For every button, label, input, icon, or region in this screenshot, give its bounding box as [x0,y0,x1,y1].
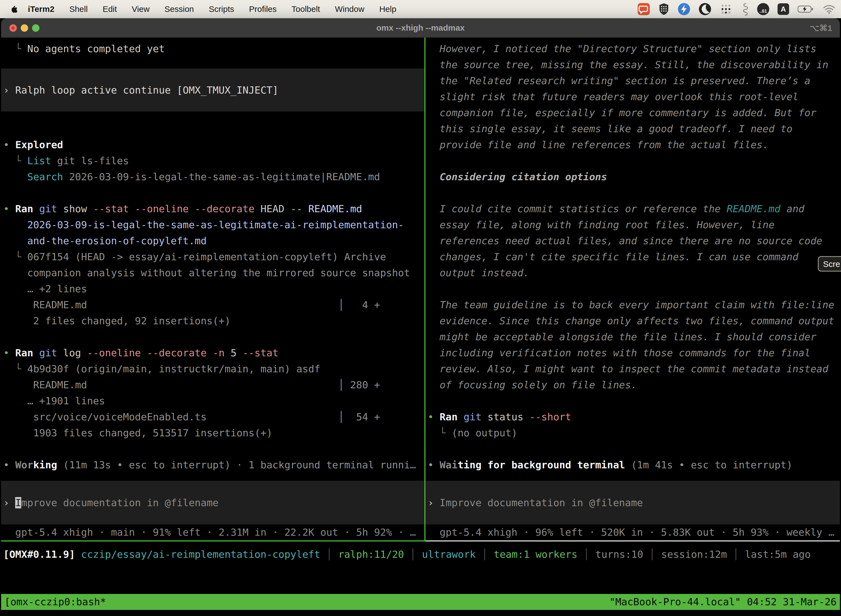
terminal-line: might be acceptable alongside the file l… [425,329,840,345]
terminal-line: └ 067f154 (HEAD -> essay/ai-reimplementa… [1,249,424,265]
prompt-chevron: › [428,497,440,508]
menu-help[interactable]: Help [372,0,404,18]
text-cursor: I [15,497,21,508]
terminal-line [1,441,424,457]
keyboard-input-icon[interactable]: A [778,3,789,15]
terminal-line: └ No agents completed yet [1,41,424,57]
right-scrollback: However, I noticed the "Directory Struct… [425,38,840,473]
omx-status-line: [OMX#0.11.9] cczip/essay/ai-reimplementa… [3,546,838,562]
bolt-badge-icon[interactable] [678,3,690,15]
pane-right[interactable]: However, I noticed the "Directory Struct… [425,38,840,540]
inject-banner: › Ralph loop active continue [OMX_TMUX_I… [1,69,424,111]
window-shortcut-hint: ⌥⌘1 [810,23,832,33]
terminal-line: └ List git ls-files [1,153,424,169]
apple-menu-icon[interactable] [9,4,18,14]
terminal-line [425,153,840,169]
terminal-line: … +1901 lines [1,393,424,409]
terminal-line: • Explored [1,137,424,153]
menu-session[interactable]: Session [157,0,201,18]
menu-status-icons: ..61 A [637,3,841,16]
window-title: omx --xhigh --madmax [377,23,464,32]
terminal-line: README.md │ 280 + [1,377,424,393]
terminal-line: └ (no output) [425,425,840,441]
dots-grid-icon[interactable] [719,3,732,15]
terminal-line [425,441,840,457]
terminal-line: • Waiting for background terminal (1m 41… [425,457,840,473]
crescent-badge-icon[interactable] [699,3,711,15]
input-text-right: Improve documentation in @filename [440,497,643,508]
pane-bottom-border-right [425,540,840,541]
model-status-right: gpt-5.4 xhigh · 96% left · 520K in · 5.8… [425,524,840,540]
menu-profiles[interactable]: Profiles [242,0,284,18]
pane-bottom-border-left [1,540,425,541]
battery-icon[interactable] [797,5,815,13]
terminal-line: src/voice/voiceModeEnabled.ts │ 54 + [1,409,424,425]
terminal-line: … +2 lines [1,281,424,297]
terminal-line [425,281,840,297]
terminal-line: changes, I can't cite specific file line… [425,249,840,265]
terminal-line: └ 4b9d30f (origin/main, instructkr/main,… [1,361,424,377]
terminal-line: companion analysis without altering the … [1,265,424,281]
terminal-line: I could cite commit statistics or refere… [425,201,840,217]
tmux-window-label[interactable]: [omx-cczip0:bash* [4,594,106,610]
terminal-line: Search 2026-03-09-is-legal-the-same-as-l… [1,169,424,185]
menu-toolbelt[interactable]: Toolbelt [284,0,328,18]
minimize-button[interactable] [21,24,28,32]
terminal-line: evidence. Since this change only affects… [425,313,840,329]
terminal-line: The team guideline is to back every impo… [425,297,840,313]
screen-overlay-label: Scre [823,260,840,268]
menu-scripts[interactable]: Scripts [201,0,242,18]
terminal-line: Considering citation options [425,169,840,185]
keyboard-input-label: A [781,5,786,13]
terminal-line [425,393,840,409]
menu-item-list: iTerm2ShellEditViewSessionScriptsProfile… [21,0,404,18]
terminal-line [425,185,840,201]
terminal-line: references need actual files, and since … [425,233,840,249]
terminal-line: 2026-03-09-is-legal-the-same-as-legitima… [1,217,424,233]
window-title-bar[interactable]: omx --xhigh --madmax ⌥⌘1 [1,18,840,38]
terminal-line: 2 files changed, 92 insertions(+) [1,313,424,329]
terminal-line: • Ran git show --stat --oneline --decora… [1,201,424,217]
terminal-line: However, I noticed the "Directory Struct… [425,41,840,57]
terminal-content: └ No agents completed yet› Ralph loop ac… [1,38,840,616]
terminal-line: • Working (11m 13s • esc to interrupt) ·… [1,457,424,473]
prompt-input-right[interactable]: › Improve documentation in @filename [425,481,840,524]
left-scrollback: └ No agents completed yet› Ralph loop ac… [1,38,424,473]
menu-view[interactable]: View [125,0,157,18]
tmux-status-bar: [omx-cczip0:bash* "MacBook-Pro-44.local"… [1,594,840,610]
desktop: { "menu_bar": { "items": [ {"label": "iT… [0,0,841,616]
dot-shield-icon[interactable] [658,3,670,15]
terminal-line [1,185,424,201]
terminal-line: 1903 files changed, 513517 insertions(+) [1,425,424,441]
menu-iterm2[interactable]: iTerm2 [21,0,62,18]
prompt-input-left[interactable]: › Improve documentation in @filename [1,481,424,524]
wifi-icon[interactable] [823,4,835,14]
squiggle-icon[interactable] [741,3,749,16]
battery-percent-badge[interactable]: ..61 [757,3,769,15]
menu-bar: iTerm2ShellEditViewSessionScriptsProfile… [0,0,841,18]
terminal-line: • Ran git status --short [425,409,840,425]
terminal-line: slight risk that future readers may over… [425,89,840,105]
terminal-line: README.md │ 4 + [1,297,424,313]
tmux-host-clock: "MacBook-Pro-44.local" 04:52 31-Mar-26 [609,594,837,610]
screen-share-icon[interactable] [637,3,650,15]
prompt-chevron: › [3,497,15,508]
terminal-line: output instead. [425,265,840,281]
menu-edit[interactable]: Edit [95,0,125,18]
iterm-window: omx --xhigh --madmax ⌥⌘1 └ No agents com… [1,18,840,616]
menu-shell[interactable]: Shell [62,0,95,18]
terminal-line: including verification notes with those … [425,345,840,361]
pane-left[interactable]: └ No agents completed yet› Ralph loop ac… [1,38,424,540]
menu-window[interactable]: Window [328,0,372,18]
close-button[interactable] [9,24,17,32]
model-status-left: gpt-5.4 xhigh · main · 91% left · 2.31M … [1,524,424,540]
screen-overlay-button[interactable]: Scre [818,256,841,271]
battery-percent-label: ..61 [760,9,767,14]
terminal-line: the source tree, missing the essay. Stil… [425,57,840,73]
terminal-line: and-the-erosion-of-copyleft.md [1,233,424,249]
terminal-line: provide file and line references from th… [425,137,840,153]
terminal-line: this single essay, it seems like a good … [425,121,840,137]
terminal-line: companion file, especially if more comme… [425,105,840,121]
zoom-button[interactable] [32,24,40,32]
terminal-line: of focusing solely on file lines. [425,377,840,393]
